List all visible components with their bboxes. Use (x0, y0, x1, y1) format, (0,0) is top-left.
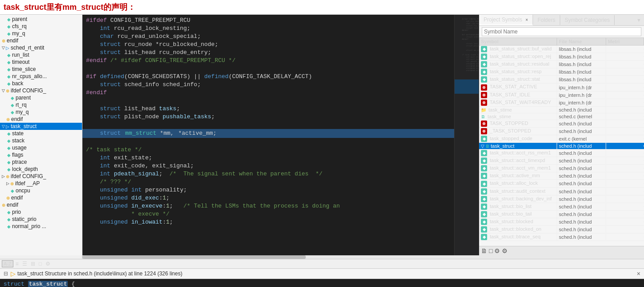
table-row[interactable]: ◆ task_struct::bio_list sched.h (includ (479, 203, 644, 211)
table-row-task-struct-selected[interactable]: ▽ 🗎 task_struct sched.h (includ (479, 143, 644, 150)
sidebar-item-back[interactable]: ◆ back (0, 80, 82, 87)
symbol-name: TASK_STAT_WAIT4READY (490, 100, 551, 105)
sidebar-label: my_q (12, 30, 25, 37)
panel-button[interactable]: □ (37, 260, 43, 267)
sidebar-item-normal-prio[interactable]: ◆ normal_prio ... (0, 223, 82, 230)
panel-options-button[interactable]: ▼ (634, 17, 644, 24)
table-row[interactable]: ◆ task_status_struct::residual libsas.h … (479, 61, 644, 68)
tab-folders[interactable]: Folders (533, 15, 560, 25)
sidebar-item-stack[interactable]: ◆ stack (0, 137, 82, 144)
file-name: ipu_intern.h (dr (557, 100, 606, 106)
grid-button[interactable]: ⊞ (29, 260, 37, 267)
code-line (82, 138, 454, 146)
table-row[interactable]: ◆ task_status_struct::stat libsas.h (inc… (479, 76, 644, 83)
sidebar-item-endif4[interactable]: ⊕ endif (0, 201, 82, 208)
sidebar-item-endif2[interactable]: ⊕ endif (0, 116, 82, 123)
field-icon: ◆ (7, 67, 11, 72)
symbol-name: TASK_STOPPED (490, 121, 528, 126)
symbol-search-bar (479, 26, 644, 38)
code-line (82, 97, 454, 105)
sidebar-item-parent[interactable]: ◆ parent (0, 16, 82, 23)
tab-project-symbols[interactable]: Project Symbols × (479, 15, 533, 25)
sidebar-item-my-q[interactable]: ◆ my_q (0, 30, 82, 37)
settings-button[interactable]: ⚙ (44, 260, 52, 267)
list-view-button[interactable]: ≡ (14, 260, 20, 267)
table-row[interactable]: 📁 task_stime sched.h (includ (479, 107, 644, 113)
table-row[interactable]: ◆ task_struct::btrace_seq sched.h (inclu… (479, 233, 644, 241)
close-bottom-icon[interactable]: × (637, 270, 640, 277)
tab-close-icon[interactable]: × (525, 17, 528, 22)
sidebar-label: flags (12, 152, 23, 158)
table-row[interactable]: ◆ task_struct::alloc_lock sched.h (inclu… (479, 180, 644, 187)
table-row[interactable]: ◆ task_struct::audit_context sched.h (in… (479, 188, 644, 195)
table-row[interactable]: 🗎 task_stime sched.c (kernel (479, 113, 644, 120)
sidebar-item-endif1[interactable]: ⊕ endif (0, 37, 82, 44)
table-row[interactable]: ⊗ TASK_STAT_WAIT4READY ipu_intern.h (dr (479, 99, 644, 107)
symbol-name: task_stopped_code (490, 136, 532, 141)
sidebar-item-ptrace[interactable]: ◆ ptrace (0, 158, 82, 166)
toolbar-icon-2[interactable]: □ (489, 247, 492, 254)
macro-icon: ⊕ (10, 181, 14, 186)
sidebar-item-parent2[interactable]: ◆ parent (0, 94, 82, 101)
sidebar-item-prio[interactable]: ◆ prio (0, 208, 82, 216)
sidebar-item-sched-rt[interactable]: ▽ ▷ sched_rt_entit (0, 44, 82, 51)
tab-symbol-categories[interactable]: Symbol Categories (560, 15, 615, 25)
sidebar-item-ifdef2[interactable]: ▷ ⊕ ifdef CONFIG_ (0, 173, 82, 180)
sidebar-item-usage[interactable]: ◆ usage (0, 144, 82, 151)
symbol-type-icon: ◆ (481, 69, 487, 75)
table-row[interactable]: ◆ task_struct::acct_vm_mem1 sched.h (inc… (479, 165, 644, 172)
table-row[interactable]: ⊗ TASK_STAT_IDLE ipu_intern.h (dr (479, 92, 644, 99)
sidebar-item-nr-cpus[interactable]: ◆ nr_cpus_allo... (0, 73, 82, 80)
table-row[interactable]: ◆ task_struct::bio_tail sched.h (includ (479, 211, 644, 218)
sidebar-item-static-prio[interactable]: ◆ static_prio (0, 216, 82, 223)
table-row[interactable]: ◆ task_status_struct::open_rej libsas.h … (479, 53, 644, 61)
field-icon: ◆ (7, 24, 11, 29)
sidebar-label: sched_rt_entit (11, 45, 44, 51)
group-button[interactable]: ☰ (21, 260, 29, 267)
sidebar-item-time-slice[interactable]: ◆ time_slice (0, 66, 82, 73)
sidebar-item-task-struct[interactable]: ▽ ▷ task_struct (0, 123, 82, 130)
az-sort-button[interactable]: A-Z (2, 260, 13, 267)
code-line: #endif (82, 89, 454, 97)
macro-icon: ⊕ (2, 203, 5, 208)
sidebar-item-run-list[interactable]: ◆ run_list (0, 51, 82, 58)
code-line: unsigned in_execve:1; /* Tell the LSMs t… (82, 202, 454, 210)
table-row[interactable]: ◆ task_struct::acct_rss_mem1 sched.h (in… (479, 150, 644, 157)
table-row[interactable]: ⊗ TASK_STAT_ACTIVE ipu_intern.h (dr (479, 83, 644, 91)
symbol-type-icon: ◆ (481, 76, 487, 83)
sidebar-item-my-q2[interactable]: ◆ my_q (0, 108, 82, 116)
sidebar-item-ifdef-ap[interactable]: ▷ ⊕ ifdef __AP (0, 180, 82, 187)
toolbar-icon-3[interactable]: ⚙ (494, 247, 500, 254)
file-name: sched.h (includ (557, 180, 606, 187)
symbol-search-input[interactable] (482, 27, 641, 36)
sidebar-item-cfs-rq[interactable]: ◆ cfs_rq (0, 23, 82, 30)
code-editor[interactable]: #ifdef CONFIG_TREE_PREEMPT_RCU int rcu_r… (82, 15, 455, 255)
sidebar-item-ifdef-config[interactable]: ▽ ⊕ ifdef CONFIG_ (0, 87, 82, 94)
table-row[interactable]: ◆ task_struct::blocked_on sched.h (inclu… (479, 226, 644, 233)
symbol-type-icon: ◆ (481, 158, 487, 164)
sidebar-item-flags[interactable]: ◆ flags (0, 151, 82, 158)
sidebar-item-state[interactable]: ◆ state (0, 130, 82, 137)
sidebar-item-timeout[interactable]: ◆ timeout (0, 58, 82, 66)
macro-icon: ⊕ (6, 117, 10, 122)
table-row[interactable]: ◆ task_struct::active_mm sched.h (includ (479, 172, 644, 180)
field-icon: ◆ (7, 167, 11, 172)
sidebar-item-endif3[interactable]: ⊕ endif (0, 194, 82, 201)
table-row[interactable]: ◆ task_struct::backing_dev_inf sched.h (… (479, 195, 644, 203)
table-row[interactable]: ◆ task_struct::acct_timexpd sched.h (inc… (479, 157, 644, 165)
toolbar-icon-1[interactable]: 🗎 (481, 247, 487, 254)
table-row[interactable]: ◆ task_stopped_code exit.c (kernel (479, 135, 644, 143)
sidebar-label: back (12, 80, 23, 87)
table-row[interactable]: ⊗ TASK_STOPPED sched.h (includ (479, 120, 644, 128)
table-row[interactable]: ◆ task_struct::blocked sched.h (includ (479, 218, 644, 226)
close-panel-icon[interactable]: ⊟ (4, 270, 8, 277)
horizontal-scrollbar[interactable] (0, 255, 644, 259)
table-row[interactable]: ◆ task_status_struct::buf_valid libsas.h… (479, 46, 644, 53)
toolbar-icon-4[interactable]: ⚙ (502, 247, 508, 254)
sidebar-item-oncpu[interactable]: ◆ oncpu (0, 187, 82, 194)
table-row-task-stopped[interactable]: ⊗ _TASK_STOPPED sched.h (includ (479, 128, 644, 135)
table-row[interactable]: ◆ task_status_struct::resp libsas.h (inc… (479, 68, 644, 76)
sidebar-item-rt-rq[interactable]: ◆ rt_rq (0, 101, 82, 108)
sidebar-item-lock-depth[interactable]: ◆ lock_depth (0, 166, 82, 173)
page-title: task_struct里有mm_struct的声明： (0, 0, 644, 15)
